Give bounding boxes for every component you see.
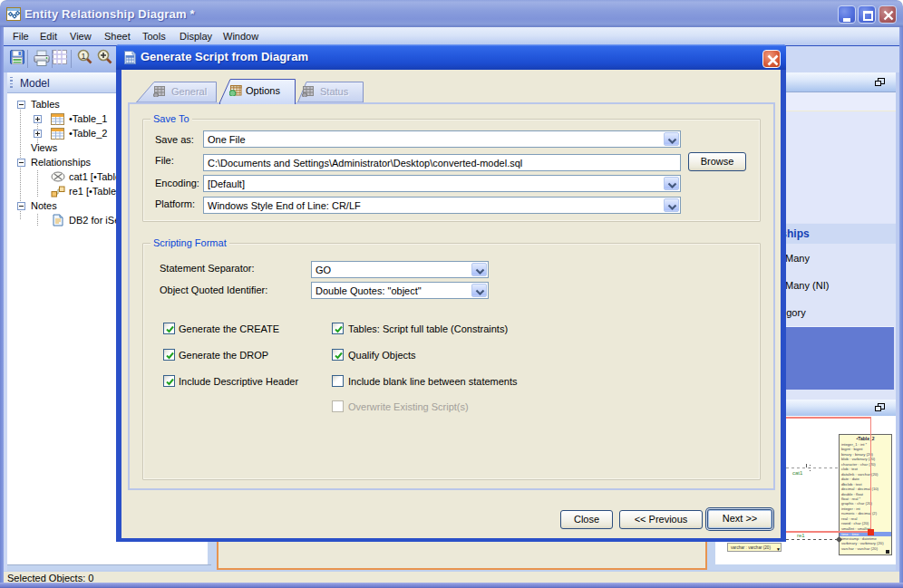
svg-text:1: 1: [81, 52, 85, 61]
